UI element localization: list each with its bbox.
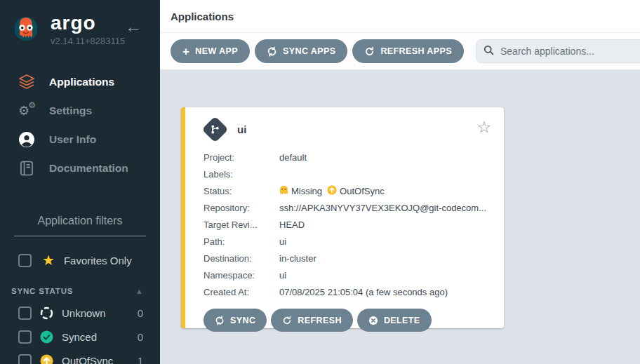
- refresh-button[interactable]: REFRESH: [271, 309, 353, 332]
- favorite-star-icon[interactable]: ☆: [476, 119, 491, 135]
- refresh-icon: [282, 316, 292, 325]
- row-label: Destination:: [204, 253, 279, 264]
- synced-check-icon: [40, 330, 53, 344]
- card-rows: Project: default Labels: Status:: [204, 149, 493, 300]
- row-label: Status:: [204, 186, 279, 196]
- row-label: Namespace:: [204, 270, 279, 281]
- application-card-ui[interactable]: ui ☆ Project: default Labels: Status:: [181, 107, 504, 328]
- row-label: Path:: [204, 236, 279, 247]
- sidebar-item-documentation[interactable]: Documentation: [0, 154, 160, 182]
- health-status-label: Missing: [291, 186, 322, 196]
- row-value: default: [279, 152, 307, 163]
- sidebar-item-label: User Info: [49, 133, 96, 146]
- health-status: Missing: [279, 185, 322, 197]
- sidebar-item-user-info[interactable]: User Info: [0, 125, 160, 154]
- row-path: Path: ui: [204, 233, 493, 250]
- row-destination: Destination: in-cluster: [204, 250, 493, 267]
- sidebar-nav: Applications ⚙⚙ Settings User Info: [0, 67, 160, 182]
- titlebar: Applications: [160, 0, 640, 33]
- favorites-only-label: Favorites Only: [64, 255, 132, 267]
- row-labels: Labels:: [204, 166, 493, 182]
- sync-status-filters: Unknown 0 Synced 0 OutOfSync: [0, 301, 160, 364]
- version-text: v2.14.11+8283115: [51, 36, 125, 46]
- row-status: Status: Missing: [204, 182, 493, 199]
- card-header: ui ☆: [204, 116, 493, 142]
- sync-button-label: SYNC: [230, 316, 255, 325]
- toolbar: + NEW APP SYNC APPS REFRESH APPS: [160, 33, 640, 69]
- brand-block: argo v2.14.11+8283115: [51, 13, 125, 46]
- filter-row-outofsync[interactable]: OutOfSync 1: [18, 349, 143, 364]
- refresh-apps-label: REFRESH APPS: [380, 46, 452, 56]
- new-app-button[interactable]: + NEW APP: [171, 39, 250, 63]
- user-icon: [17, 131, 36, 148]
- application-filters-title: Application filters: [14, 215, 146, 236]
- unknown-checkbox[interactable]: [18, 306, 32, 320]
- sync-apps-button[interactable]: SYNC APPS: [255, 39, 347, 63]
- outofsync-arrow-icon: [40, 354, 53, 364]
- argo-octopus-logo-icon: [10, 11, 42, 46]
- filter-count: 1: [138, 355, 143, 364]
- card-actions: SYNC REFRESH: [204, 309, 493, 332]
- sidebar-item-settings[interactable]: ⚙⚙ Settings: [0, 96, 160, 125]
- search-box[interactable]: /: [476, 39, 640, 63]
- row-project: Project: default: [204, 149, 493, 166]
- applications-content: ui ☆ Project: default Labels: Status:: [160, 69, 640, 364]
- delete-button-label: DELETE: [384, 316, 420, 325]
- book-icon: [17, 161, 36, 176]
- outofsync-arrow-icon: [327, 185, 340, 197]
- sync-status-title: SYNC STATUS: [11, 287, 73, 295]
- layers-icon: [17, 74, 36, 90]
- sidebar-collapse-arrow-icon[interactable]: ←: [125, 18, 142, 35]
- filter-count: 0: [138, 307, 143, 319]
- row-value: ssh://APKA3NYVY37VEX3EKOJQ@git-codecom..…: [279, 203, 486, 213]
- sidebar-item-applications[interactable]: Applications: [0, 67, 160, 96]
- favorites-only-checkbox[interactable]: [18, 254, 32, 267]
- row-label: Repository:: [204, 203, 279, 213]
- sidebar-item-label: Documentation: [49, 162, 128, 175]
- sync-icon: [215, 316, 225, 325]
- sync-status-value: OutOfSync: [327, 185, 385, 197]
- search-input[interactable]: [500, 46, 640, 57]
- row-label: Project:: [204, 152, 279, 163]
- row-value: Missing OutOfSync: [279, 185, 389, 197]
- gear-icon: ⚙⚙: [17, 102, 36, 119]
- delete-button[interactable]: DELETE: [357, 309, 432, 332]
- row-value: ui: [279, 270, 286, 281]
- sync-status-label: OutOfSync: [340, 186, 385, 196]
- search-icon: [484, 45, 494, 58]
- filter-label: Unknown: [62, 307, 138, 319]
- plus-icon: +: [182, 46, 189, 58]
- unknown-circle-icon: [40, 306, 53, 320]
- sidebar: argo v2.14.11+8283115 ← Applications ⚙⚙ …: [0, 0, 160, 364]
- row-namespace: Namespace: ui: [204, 267, 493, 283]
- filter-row-unknown[interactable]: Unknown 0: [18, 301, 143, 325]
- filter-label: OutOfSync: [62, 355, 138, 364]
- filter-count: 0: [138, 331, 143, 343]
- page-title: Applications: [171, 11, 234, 22]
- favorites-only-filter[interactable]: ★ Favorites Only: [18, 253, 160, 267]
- sidebar-item-label: Applications: [49, 76, 114, 88]
- brand-name: argo: [51, 13, 125, 34]
- refresh-button-label: REFRESH: [298, 316, 342, 325]
- row-label: Labels:: [204, 169, 279, 180]
- main-area: Applications + NEW APP SYNC APPS: [160, 0, 640, 364]
- sync-apps-label: SYNC APPS: [283, 46, 335, 56]
- row-repository: Repository: ssh://APKA3NYVY37VEX3EKOJQ@g…: [204, 199, 493, 216]
- missing-ghost-icon: [279, 185, 291, 197]
- sidebar-item-label: Settings: [49, 105, 92, 117]
- sync-status-header: SYNC STATUS ▲: [11, 287, 143, 295]
- row-target-revision: Target Revi... HEAD: [204, 216, 493, 233]
- filter-row-synced[interactable]: Synced 0: [18, 325, 143, 349]
- app-git-branch-icon: [201, 116, 228, 142]
- refresh-apps-button[interactable]: REFRESH APPS: [352, 39, 464, 63]
- collapse-section-icon[interactable]: ▲: [135, 287, 143, 295]
- delete-circle-x-icon: [368, 316, 378, 325]
- synced-checkbox[interactable]: [18, 330, 32, 344]
- row-value: ui: [279, 236, 286, 247]
- outofsync-checkbox[interactable]: [18, 354, 32, 364]
- row-value: in-cluster: [279, 253, 316, 264]
- refresh-icon: [364, 46, 375, 57]
- application-name: ui: [237, 123, 246, 135]
- filter-label: Synced: [62, 331, 138, 343]
- sync-button[interactable]: SYNC: [204, 309, 267, 332]
